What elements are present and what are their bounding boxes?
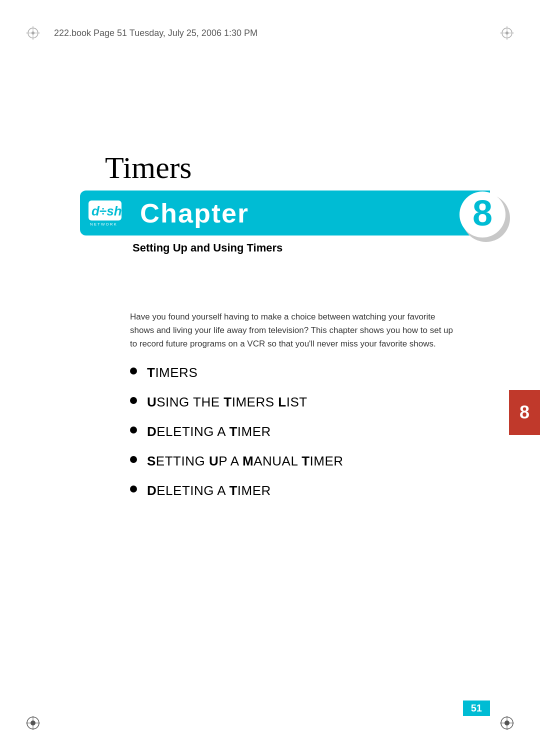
dish-network-svg: d÷sh NETWORK [88,200,122,227]
page-number: 51 [463,700,490,716]
svg-text:NETWORK: NETWORK [90,222,118,226]
dish-logo-box: d÷sh NETWORK [80,190,130,236]
svg-text:d÷sh: d÷sh [92,204,122,218]
chapter-word: Chapter [140,198,249,228]
dish-logo: d÷sh NETWORK [88,200,122,227]
print-info: 222.book Page 51 Tuesday, July 25, 2006 … [54,28,258,38]
bullet-dot [130,397,137,404]
bullet-text: TIMERS [147,365,198,380]
bullet-text: DELETING A TIMER [147,483,271,498]
cyan-banner: Chapter 8 [130,190,490,236]
list-item: DELETING A TIMER [130,483,460,498]
list-item: TIMERS [130,365,460,380]
bullet-dot [130,368,137,374]
svg-text:8: 8 [472,193,492,233]
list-item: USING THE TIMERS LIST [130,394,460,410]
chapter-number-badge: 8 [455,186,510,240]
chapter-number-outer: 8 [455,186,510,240]
reg-mark-br [500,716,514,730]
list-item: SETTING UP A MANUAL TIMER [130,454,460,469]
list-item: DELETING A TIMER [130,424,460,440]
reg-mark-tl [26,26,40,40]
bullet-text-setting-up: SETTING UP A MANUAL TIMER [147,454,344,469]
bullet-text: USING THE TIMERS LIST [147,394,308,410]
bullet-list: TIMERS USING THE TIMERS LIST DELETING A … [130,365,460,512]
bullet-dot [130,486,137,492]
chapter-title: Timers [105,150,490,186]
reg-mark-tr [500,26,514,40]
bullet-dot [130,426,137,434]
chapter-tab-number: 8 [520,402,530,423]
chapter-subtitle: Setting Up and Using Timers [132,242,490,254]
bullet-text: DELETING A TIMER [147,424,271,440]
reg-mark-bl [26,716,40,730]
intro-text: Have you found yourself having to make a… [130,310,460,351]
chapter-side-tab: 8 [509,390,540,435]
chapter-area: Timers d÷sh NETWORK Chapter [80,150,490,254]
bullet-dot [130,456,137,463]
chapter-banner: d÷sh NETWORK Chapter [80,190,490,236]
chapter-badge-svg: 8 [455,186,515,246]
